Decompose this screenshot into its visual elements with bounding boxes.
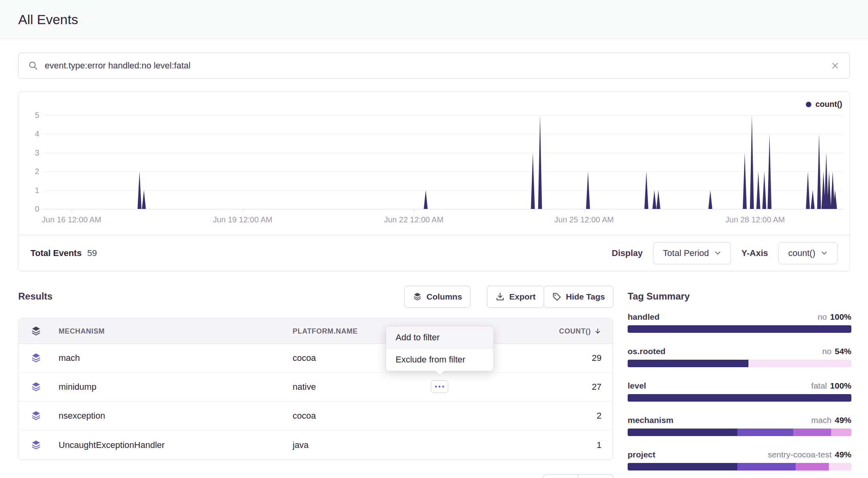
bar-segment — [748, 360, 851, 367]
cell-mechanism[interactable]: minidump — [59, 382, 96, 392]
bar-segment — [628, 394, 851, 402]
chevron-down-icon — [714, 250, 721, 256]
chart-footer: Total Events59 Display Total Period Y-Ax… — [19, 235, 849, 271]
display-label: Display — [612, 248, 643, 258]
tag-top-value: fatal100% — [811, 381, 851, 391]
tag-summary-heading: Tag Summary — [628, 291, 690, 302]
display-value: Total Period — [663, 248, 709, 258]
tag-summary-item: levelfatal100% — [628, 381, 851, 402]
pagination — [543, 474, 613, 478]
chart-legend: count() — [806, 100, 842, 109]
bar-segment — [829, 463, 851, 470]
tag-name: os.rooted — [628, 346, 666, 357]
column-header-platform[interactable]: PLATFORM.NAME — [293, 327, 358, 335]
count-header-label: COUNT() — [559, 327, 591, 335]
columns-button[interactable]: Columns — [404, 286, 470, 308]
total-events: Total Events59 — [30, 248, 97, 258]
tag-percentage: 49% — [835, 415, 851, 425]
cell-count: 27 — [592, 382, 602, 392]
y-axis-select[interactable]: count() — [779, 242, 838, 264]
overflow-menu-button[interactable] — [431, 380, 448, 393]
cell-mechanism[interactable]: UncaughtExceptionHandler — [59, 440, 165, 450]
cell-platform[interactable]: java — [293, 440, 308, 450]
stack-icon — [30, 381, 42, 393]
bar-segment — [628, 360, 748, 367]
cell-mechanism[interactable]: nsexception — [59, 411, 105, 421]
tag-summary-item: mechanismmach49% — [628, 415, 851, 436]
y-axis-tick-label: 0 — [19, 204, 39, 214]
tag-head: mechanismmach49% — [628, 415, 851, 425]
tag-icon — [552, 292, 562, 302]
discover-all-events-page: All Events 543210 Jun 16 12:00 AMJun 19 … — [0, 0, 868, 478]
previous-page-button[interactable] — [543, 474, 578, 478]
close-icon — [830, 66, 840, 72]
cell-count: 29 — [592, 353, 602, 363]
tag-distribution-bar — [628, 325, 851, 333]
results-heading: Results — [18, 291, 53, 302]
menu-item-add-to-filter[interactable]: Add to filter — [386, 326, 493, 349]
bar-segment — [628, 429, 737, 436]
cell-platform[interactable]: native — [293, 382, 316, 392]
x-axis-tick-label: Jun 25 12:00 AM — [554, 215, 614, 224]
tag-top-value: sentry-cocoa-test49% — [768, 450, 851, 460]
hide-tags-button[interactable]: Hide Tags — [544, 286, 613, 308]
columns-icon — [413, 292, 422, 302]
display-select[interactable]: Total Period — [653, 242, 731, 264]
tag-name: project — [628, 450, 655, 460]
cell-count: 1 — [597, 440, 602, 450]
column-header-count[interactable]: COUNT() — [559, 327, 602, 335]
y-axis-tick-label: 4 — [19, 129, 39, 139]
table-row[interactable]: nsexceptioncocoa2 — [19, 402, 613, 431]
bar-segment — [796, 463, 829, 470]
export-icon — [495, 292, 505, 302]
total-events-label: Total Events — [30, 248, 82, 258]
table-row[interactable]: machcocoa29 — [19, 344, 613, 373]
ellipsis-icon — [434, 385, 445, 388]
y-axis-value: count() — [788, 248, 815, 258]
tag-head: handledno100% — [628, 312, 851, 322]
tag-percentage: 100% — [830, 312, 851, 321]
x-axis-tick — [584, 209, 584, 212]
table-row[interactable]: UncaughtExceptionHandlerjava1 — [19, 431, 613, 459]
x-axis-tick — [755, 209, 756, 212]
cell-action-menu: Add to filterExclude from filter — [386, 326, 494, 371]
export-button[interactable]: Export — [487, 286, 544, 308]
legend-dot — [806, 102, 811, 107]
column-header-mechanism[interactable]: MECHANISM — [59, 327, 105, 335]
stack-icon — [30, 353, 42, 364]
stack-icon — [30, 410, 42, 421]
tag-summary-item: projectsentry-cocoa-test49% — [628, 450, 851, 470]
columns-button-label: Columns — [426, 292, 462, 302]
stack-icon — [30, 326, 42, 337]
results-table: MECHANISM PLATFORM.NAME COUNT() machcoco… — [18, 318, 613, 460]
bar-segment — [793, 429, 831, 436]
tag-percentage: 49% — [835, 450, 851, 459]
tag-name: level — [628, 381, 646, 391]
table-header-row: MECHANISM PLATFORM.NAME COUNT() — [19, 319, 613, 344]
x-axis-tick-label: Jun 16 12:00 AM — [42, 215, 101, 224]
y-axis-tick-label: 1 — [19, 185, 39, 195]
search-bar[interactable] — [18, 53, 850, 79]
tag-percentage: 54% — [835, 347, 851, 356]
x-axis-tick-label: Jun 22 12:00 AM — [384, 215, 444, 224]
cell-platform[interactable]: cocoa — [293, 353, 316, 363]
tag-head: projectsentry-cocoa-test49% — [628, 450, 851, 460]
tag-top-value: no100% — [818, 312, 851, 322]
tag-head: os.rootedno54% — [628, 346, 851, 357]
clear-search-button[interactable] — [830, 61, 840, 70]
table-row[interactable]: minidumpnative27 — [19, 373, 613, 402]
tag-distribution-bar — [628, 360, 851, 367]
cell-mechanism[interactable]: mach — [59, 353, 80, 363]
x-axis-tick-label: Jun 28 12:00 AM — [725, 215, 785, 224]
tag-distribution-bar — [628, 463, 851, 470]
tag-percentage: 100% — [830, 381, 851, 390]
bar-segment — [737, 429, 793, 436]
next-page-button[interactable] — [578, 474, 613, 478]
stack-icon — [30, 440, 42, 451]
cell-platform[interactable]: cocoa — [293, 411, 316, 421]
sort-descending-icon — [594, 327, 602, 335]
x-axis-tick — [243, 209, 243, 212]
tag-top-value: mach49% — [811, 415, 851, 425]
tag-top-value: no54% — [822, 346, 851, 357]
search-input[interactable] — [45, 61, 830, 71]
